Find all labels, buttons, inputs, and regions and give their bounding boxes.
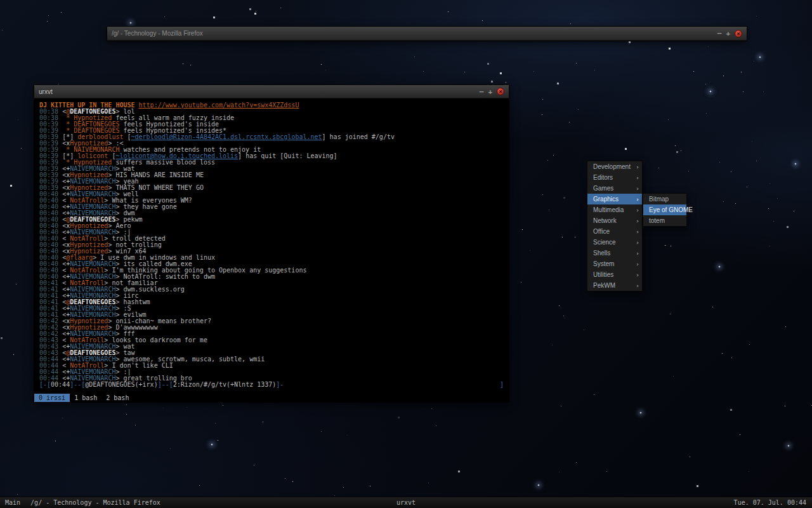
- menu-item-label: Shells: [593, 250, 634, 257]
- submenu-arrow-icon: ›: [636, 250, 639, 257]
- menu-item-pekwm[interactable]: PekWM›: [587, 280, 642, 291]
- menu-item-science[interactable]: Science›: [587, 237, 642, 248]
- submenu-arrow-icon: ›: [636, 283, 639, 289]
- screen-window-2[interactable]: 2 bash: [102, 394, 133, 402]
- bright-star: [129, 22, 132, 24]
- bright-star: [537, 484, 540, 486]
- menu-item-editors[interactable]: Editors›: [587, 172, 642, 183]
- close-icon[interactable]: ×: [735, 30, 742, 37]
- irssi-statusbar: [-[00:44]--[@DEAFTONEGOES(+irx)]--[2:Riz…: [39, 382, 504, 388]
- menu-item-label: totem: [649, 217, 683, 224]
- menu-item-label: Development: [593, 163, 634, 170]
- submenu-arrow-icon: ›: [636, 272, 639, 278]
- menu-item-label: Office: [593, 228, 634, 235]
- terminal-content[interactable]: DJ KITTEH UP IN THE HOUSE http://www.you…: [34, 98, 509, 402]
- submenu-arrow-icon: ›: [636, 218, 639, 224]
- menu-item-graphics[interactable]: Graphics›: [587, 194, 642, 204]
- screen-window-1[interactable]: 1 bash: [70, 394, 102, 402]
- bright-star: [759, 56, 761, 58]
- submenu-arrow-icon: ›: [636, 239, 639, 246]
- minimize-button[interactable]: –: [480, 88, 484, 95]
- menu-item-development[interactable]: Development›: [587, 161, 642, 172]
- irc-chat-log: DJ KITTEH UP IN THE HOUSE http://www.you…: [39, 102, 504, 382]
- bright-star: [794, 163, 797, 165]
- submenu-arrow-icon: ›: [636, 261, 639, 267]
- desktop: /g/ - Technology - Mozilla Firefox – + ×…: [0, 0, 812, 508]
- taskbar: Main /g/ - Technology - Mozilla Firefox …: [0, 497, 812, 508]
- menu-item-label: Games: [593, 185, 634, 192]
- menu-item-label: Eye of GNOME: [649, 206, 693, 213]
- maximize-button[interactable]: +: [488, 88, 492, 95]
- graphics-submenu: BitmapEye of GNOMEtotem: [643, 193, 687, 227]
- menu-item-shells[interactable]: Shells›: [587, 248, 642, 258]
- terminal-titlebar[interactable]: urxvt – + ×: [34, 85, 509, 98]
- close-icon[interactable]: ×: [497, 88, 504, 95]
- chat-url-link[interactable]: http://www.youtube.com/watch?v=swx4XZZds…: [139, 102, 299, 109]
- submenu-item-totem[interactable]: totem: [643, 215, 686, 226]
- submenu-arrow-icon: ›: [636, 164, 639, 170]
- menu-item-label: Bitmap: [649, 196, 683, 203]
- menu-item-label: Science: [593, 239, 634, 246]
- firefox-window[interactable]: /g/ - Technology - Mozilla Firefox – + ×: [107, 26, 747, 41]
- firefox-window-buttons: – + ×: [717, 30, 742, 37]
- menu-item-utilities[interactable]: Utilities›: [587, 269, 642, 280]
- minimize-button[interactable]: –: [717, 30, 722, 37]
- submenu-arrow-icon: ›: [636, 196, 639, 203]
- menu-item-multimedia[interactable]: Multimedia›: [587, 204, 642, 215]
- menu-item-label: Graphics: [593, 196, 634, 203]
- submenu-item-eye-of-gnome[interactable]: Eye of GNOME: [643, 204, 686, 215]
- menu-item-label: Editors: [593, 174, 634, 181]
- menu-item-games[interactable]: Games›: [587, 183, 642, 194]
- menu-item-network[interactable]: Network›: [587, 215, 642, 226]
- submenu-item-bitmap[interactable]: Bitmap: [643, 194, 686, 204]
- submenu-arrow-icon: ›: [636, 175, 639, 181]
- root-menu: Development›Editors›Games›Graphics›Multi…: [587, 161, 643, 291]
- screen-window-bar: 0 irssi1 bash2 bash: [34, 394, 509, 402]
- firefox-titlebar[interactable]: /g/ - Technology - Mozilla Firefox – + ×: [107, 27, 747, 41]
- submenu-arrow-icon: ›: [636, 185, 639, 192]
- menu-item-label: Utilities: [593, 271, 634, 278]
- taskbar-clock: Tue. 07. Jul. 00:44: [734, 499, 812, 506]
- taskbar-workspace[interactable]: Main: [5, 499, 20, 506]
- menu-item-label: System: [593, 260, 634, 267]
- statusbar-right-bracket: ]: [500, 382, 504, 388]
- bright-star: [211, 443, 213, 446]
- submenu-arrow-icon: ›: [636, 229, 639, 235]
- screen-window-0[interactable]: 0 irssi: [34, 394, 70, 402]
- menu-item-label: Network: [593, 217, 634, 224]
- submenu-arrow-icon: ›: [636, 207, 639, 213]
- menu-item-system[interactable]: System›: [587, 258, 642, 269]
- terminal-window-title: urxvt: [39, 88, 480, 95]
- bright-star: [787, 444, 790, 447]
- firefox-window-title: /g/ - Technology - Mozilla Firefox: [112, 30, 717, 37]
- terminal-window-buttons: – + ×: [480, 88, 504, 95]
- menu-item-label: PekWM: [593, 282, 634, 289]
- bright-star: [718, 265, 721, 268]
- maximize-button[interactable]: +: [726, 30, 730, 37]
- taskbar-window-firefox[interactable]: /g/ - Technology - Mozilla Firefox: [30, 499, 160, 506]
- terminal-window[interactable]: urxvt – + × DJ KITTEH UP IN THE HOUSE ht…: [34, 84, 509, 403]
- bright-star: [709, 90, 712, 93]
- stars-layer: [0, 0, 1, 1]
- statusbar-info: [-[00:44]--[@DEAFTONEGOES(+irx)]--[2:Riz…: [39, 382, 284, 388]
- menu-item-office[interactable]: Office›: [587, 226, 642, 237]
- bright-star: [639, 411, 642, 414]
- menu-item-label: Multimedia: [593, 206, 634, 213]
